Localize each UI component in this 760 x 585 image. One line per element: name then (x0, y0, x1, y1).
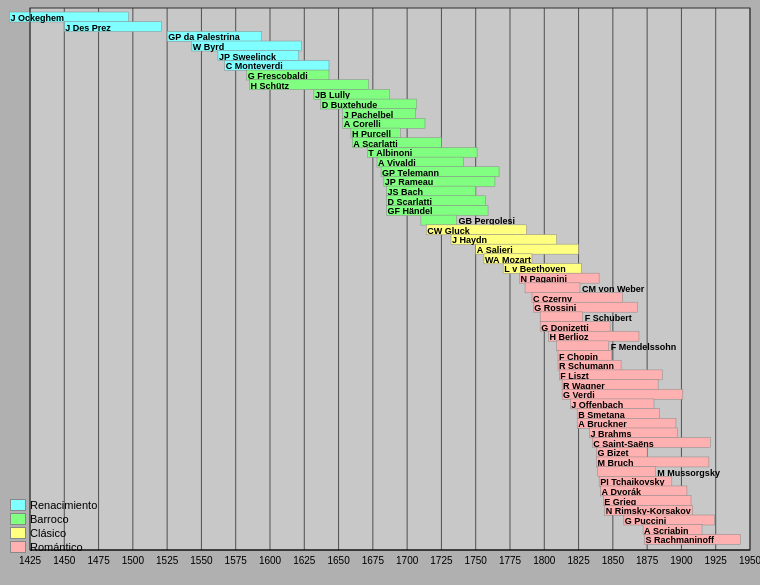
legend-color (10, 513, 26, 525)
legend-label: Renacimiento (30, 499, 97, 511)
legend-color (10, 499, 26, 511)
legend: RenacimientoBarrocoClásicoRomántico (10, 499, 97, 555)
legend-item: Barroco (10, 513, 97, 525)
legend-color (10, 541, 26, 553)
legend-label: Clásico (30, 527, 66, 539)
legend-item: Romántico (10, 541, 97, 553)
legend-item: Renacimiento (10, 499, 97, 511)
legend-color (10, 527, 26, 539)
legend-label: Romántico (30, 541, 83, 553)
legend-label: Barroco (30, 513, 69, 525)
timeline-canvas (0, 0, 760, 585)
chart-container: RenacimientoBarrocoClásicoRomántico (0, 0, 760, 585)
legend-item: Clásico (10, 527, 97, 539)
